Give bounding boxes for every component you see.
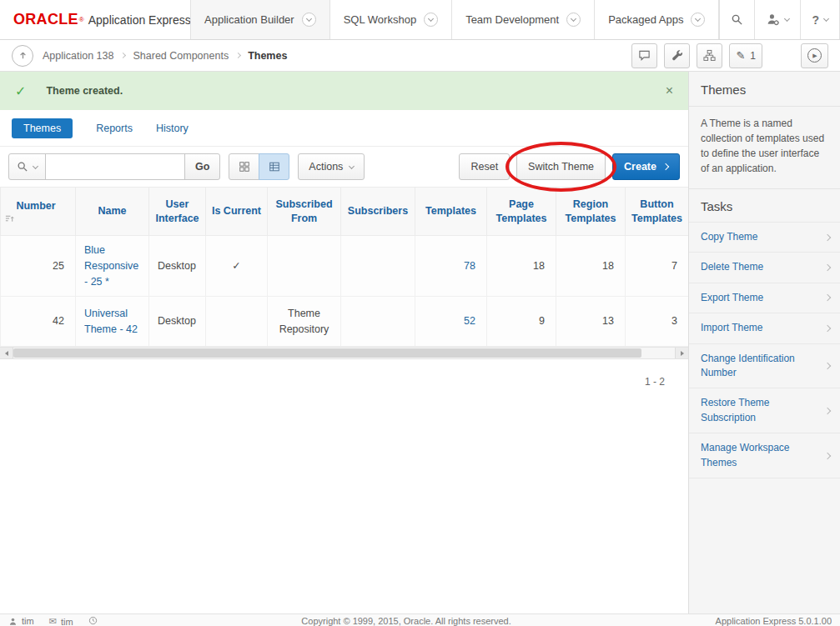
chevron-right-icon <box>235 53 241 58</box>
theme-name-link[interactable]: Blue Responsive - 25 * <box>84 244 138 288</box>
go-button[interactable]: Go <box>184 153 220 180</box>
tab-label: Packaged Apps <box>608 13 683 26</box>
utilities-button[interactable] <box>664 43 690 68</box>
icon-view-button[interactable] <box>229 153 259 180</box>
breadcrumb-toolbar: ✎ 1 ▶ <box>631 43 828 68</box>
column-header-button-templates[interactable]: Button Templates <box>626 188 689 236</box>
chevron-down-icon[interactable] <box>424 13 438 27</box>
column-header-name[interactable]: Name <box>76 188 149 236</box>
chevron-down-icon <box>33 163 38 168</box>
horizontal-scrollbar[interactable] <box>0 347 688 359</box>
chevron-right-icon <box>824 294 831 301</box>
report-view-icon <box>269 161 280 173</box>
column-header-page-templates[interactable]: Page Templates <box>487 188 556 236</box>
clock-icon <box>88 616 98 625</box>
column-header-is-current[interactable]: Is Current <box>206 188 268 236</box>
cell-is-current: ✓ <box>206 236 268 297</box>
hierarchy-icon <box>703 49 716 62</box>
footer-user[interactable]: tim <box>8 616 34 626</box>
search-column-selector[interactable] <box>8 153 46 180</box>
scrollbar-thumb[interactable] <box>13 348 641 358</box>
task-manage-workspace-themes[interactable]: Manage Workspace Themes <box>689 433 840 478</box>
actions-label: Actions <box>309 161 343 173</box>
chevron-right-icon <box>824 407 831 413</box>
cell-region-templates: 13 <box>556 297 626 347</box>
run-application-button[interactable]: ▶ <box>801 43 828 68</box>
breadcrumb-shared-components[interactable]: Shared Components <box>133 50 229 62</box>
cell-templates: 52 <box>415 297 487 347</box>
cell-templates: 78 <box>415 236 487 297</box>
chevron-right-icon <box>824 233 831 240</box>
create-label: Create <box>624 161 656 173</box>
admin-user-gear-icon <box>766 13 780 27</box>
actions-menu-button[interactable]: Actions <box>298 153 365 180</box>
tab-packaged-apps[interactable]: Packaged Apps <box>594 0 719 39</box>
tab-themes[interactable]: Themes <box>12 118 73 138</box>
cell-button-templates: 7 <box>626 236 689 297</box>
check-icon: ✓ <box>15 83 26 99</box>
administration-menu-button[interactable] <box>754 0 800 39</box>
tab-history[interactable]: History <box>156 123 189 134</box>
footer-workspace[interactable]: ✉ tim <box>49 616 73 626</box>
sidebar-tasks-title: Tasks <box>689 188 840 222</box>
success-message-text: Theme created. <box>46 85 123 97</box>
edit-page-button[interactable]: ✎ 1 <box>729 43 762 68</box>
column-header-number[interactable]: Number <box>1 188 76 236</box>
top-header: ORACLE ® Application Express Application… <box>0 0 840 40</box>
column-header-subscribers[interactable]: Subscribers <box>341 188 415 236</box>
cell-subscribers <box>341 236 415 297</box>
task-delete-theme[interactable]: Delete Theme <box>689 252 840 282</box>
task-change-identification-number[interactable]: Change Identification Number <box>689 343 840 388</box>
breadcrumb-themes: Themes <box>248 50 287 62</box>
tab-reports[interactable]: Reports <box>96 123 133 134</box>
help-menu-button[interactable]: ? <box>800 0 839 39</box>
task-copy-theme[interactable]: Copy Theme <box>689 222 840 252</box>
themes-report-table: Number Name User Interface Is Current Su… <box>0 187 689 347</box>
table-row: 25 Blue Responsive - 25 * Desktop ✓ 78 1… <box>1 236 689 297</box>
search-input[interactable] <box>45 153 185 180</box>
toolbar-right-buttons: Reset Switch Theme Create <box>459 153 680 180</box>
report-view-button[interactable] <box>259 153 289 180</box>
tab-sql-workshop[interactable]: SQL Workshop <box>329 0 451 39</box>
templates-count-link[interactable]: 52 <box>464 315 475 327</box>
right-sidebar: Themes A Theme is a named collection of … <box>688 72 840 613</box>
breadcrumb-application[interactable]: Application 138 <box>43 50 113 62</box>
column-header-region-templates[interactable]: Region Templates <box>556 188 626 236</box>
task-restore-theme-subscription[interactable]: Restore Theme Subscription <box>689 388 840 433</box>
search-button[interactable] <box>719 0 754 39</box>
tab-team-development[interactable]: Team Development <box>451 0 594 39</box>
search-icon <box>17 161 28 173</box>
user-icon <box>8 617 18 626</box>
scrollbar-track[interactable] <box>13 348 675 358</box>
breadcrumb: Application 138 Shared Components Themes <box>43 50 287 62</box>
cell-user-interface: Desktop <box>149 297 206 347</box>
cell-subscribed-from <box>268 236 341 297</box>
shared-components-button[interactable] <box>697 43 722 68</box>
close-icon[interactable]: × <box>666 84 673 98</box>
column-header-templates[interactable]: Templates <box>415 188 487 236</box>
chevron-down-icon[interactable] <box>302 13 316 27</box>
templates-count-link[interactable]: 78 <box>464 260 475 272</box>
task-import-theme[interactable]: Import Theme <box>689 313 840 343</box>
reset-button[interactable]: Reset <box>459 153 510 180</box>
arrow-up-icon <box>18 50 28 61</box>
chevron-down-icon[interactable] <box>566 13 581 27</box>
main-nav-tabs: Application Builder SQL Workshop Team De… <box>190 0 719 39</box>
theme-name-link[interactable]: Universal Theme - 42 <box>84 308 138 335</box>
brand-text: ORACLE <box>13 11 78 28</box>
chevron-down-icon[interactable] <box>691 13 705 27</box>
tab-application-builder[interactable]: Application Builder <box>190 0 329 39</box>
create-button[interactable]: Create <box>612 153 680 180</box>
scroll-right-arrow[interactable] <box>675 348 688 358</box>
cell-button-templates: 3 <box>626 297 689 347</box>
column-header-user-interface[interactable]: User Interface <box>149 188 206 236</box>
footer-session-timer[interactable] <box>88 616 98 625</box>
switch-theme-button[interactable]: Switch Theme <box>516 153 606 180</box>
chevron-right-icon <box>662 163 669 170</box>
grid-view-icon <box>239 161 250 173</box>
up-level-button[interactable] <box>12 45 33 67</box>
feedback-button[interactable] <box>631 43 657 68</box>
scroll-left-arrow[interactable] <box>0 348 13 358</box>
column-header-subscribed-from[interactable]: Subscribed From <box>268 188 341 236</box>
task-export-theme[interactable]: Export Theme <box>689 283 840 313</box>
